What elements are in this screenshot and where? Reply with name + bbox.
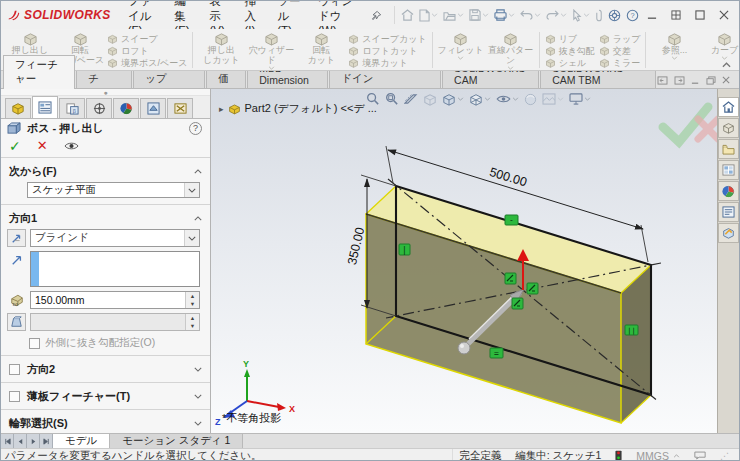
part-name[interactable]: Part2 (デフォルト) <<デ ... — [245, 101, 377, 116]
doc-restore-icon[interactable] — [706, 76, 716, 85]
ribbon-button[interactable]: ラップ — [599, 33, 641, 45]
direction1-section-header[interactable]: 方向1 — [1, 208, 210, 228]
relation-badge-top[interactable]: - — [505, 215, 518, 225]
ribbon-button[interactable]: ロフトカット — [348, 45, 426, 57]
doc-minimize-icon[interactable] — [691, 76, 700, 85]
dim-height-value[interactable]: 350.00 — [345, 226, 367, 266]
caret-down-icon[interactable] — [583, 13, 590, 17]
depth-spinner[interactable]: ▲▼ — [185, 292, 199, 308]
open-button[interactable] — [441, 8, 466, 23]
layout-button[interactable] — [665, 6, 687, 24]
caret-down-icon[interactable] — [671, 56, 678, 60]
from-section-header[interactable]: 次から(F) — [1, 161, 210, 181]
resize-grip[interactable]: ⋰ — [720, 451, 729, 461]
help-icon[interactable]: ? — [189, 122, 202, 135]
tab-nav-prev-button[interactable] — [14, 434, 27, 448]
spin-up-icon[interactable]: ▲ — [186, 292, 199, 300]
caret-down-icon[interactable] — [560, 13, 567, 17]
file-explorer-button[interactable] — [718, 139, 739, 159]
ribbon-button[interactable]: 境界ボス/ベース — [107, 57, 187, 69]
display-style-button[interactable] — [469, 93, 491, 106]
home-button[interactable] — [399, 7, 416, 23]
ribbon-button[interactable]: 参照... — [649, 30, 699, 70]
redo-button[interactable] — [544, 8, 569, 22]
caret-down-icon[interactable] — [482, 13, 489, 17]
flyout-feature-tree[interactable]: ▸ Part2 (デフォルト) <<デ ... — [219, 101, 377, 116]
units-dropdown[interactable]: MMGS — [636, 450, 680, 461]
graphics-viewport[interactable]: 500.00 350.00 - | || = — [211, 89, 717, 433]
caret-down-icon[interactable] — [557, 97, 564, 101]
home-tab-button[interactable] — [718, 97, 739, 117]
cam-feature-tab[interactable] — [140, 98, 166, 118]
design-library-button[interactable] — [718, 118, 739, 138]
relation-badge-bottom[interactable]: = — [490, 348, 503, 358]
model-tab-モデル[interactable]: モデル — [53, 434, 110, 448]
tab-nav-first-button[interactable] — [1, 434, 14, 448]
end-condition-dropdown[interactable]: ブラインド — [30, 229, 200, 247]
tab-nav-last-button[interactable] — [40, 434, 53, 448]
direction-selection-box[interactable] — [30, 251, 200, 287]
ribbon-button[interactable]: カーブ — [699, 30, 740, 70]
ribbon-button[interactable]: リブ — [545, 33, 595, 45]
featuremanager-tab[interactable] — [5, 98, 31, 118]
ribbon-button[interactable]: 抜き勾配 — [545, 45, 595, 57]
spin-down-icon[interactable]: ▼ — [186, 300, 199, 308]
dimxpertmanager-tab[interactable] — [86, 98, 112, 118]
from-dropdown[interactable]: スケッチ平面 — [27, 182, 200, 198]
caret-down-icon[interactable] — [268, 66, 275, 70]
caret-down-icon[interactable] — [457, 56, 464, 60]
maximize-button[interactable] — [689, 6, 711, 24]
tab-nav-next-button[interactable] — [27, 434, 40, 448]
solidworks-resources-button[interactable] — [718, 223, 739, 243]
caret-down-icon[interactable] — [457, 97, 464, 101]
checkbox-icon[interactable] — [29, 338, 40, 349]
undo-button[interactable] — [518, 8, 543, 22]
options-button[interactable] — [606, 7, 623, 24]
configurationmanager-tab[interactable]: β — [59, 98, 85, 118]
ribbon-button[interactable]: 交差 — [599, 45, 641, 57]
ok-button[interactable]: ✓ — [9, 138, 21, 154]
view-settings-button[interactable] — [569, 93, 591, 105]
ribbon-button[interactable]: 直線パターン — [486, 30, 536, 70]
pin-menu-icon[interactable] — [371, 10, 382, 21]
relation-badge-right[interactable]: || — [625, 325, 638, 335]
selected-contours-section-header[interactable]: 輪郭選択(S) — [1, 413, 210, 433]
caret-down-icon[interactable] — [507, 66, 514, 70]
preview-eye-icon[interactable] — [64, 141, 79, 151]
custom-properties-button[interactable] — [718, 202, 739, 222]
depth-input[interactable]: 150.00mm ▲▼ — [30, 291, 200, 309]
appearances-button[interactable] — [718, 181, 739, 201]
caret-down-icon[interactable] — [584, 97, 591, 101]
cancel-button[interactable]: ✕ — [37, 138, 48, 153]
zoom-area-button[interactable] — [385, 92, 399, 106]
ribbon-button[interactable]: スイープカット — [348, 33, 426, 45]
minimize-button[interactable] — [641, 6, 663, 24]
model-tab-モーション スタディ 1[interactable]: モーション スタディ 1 — [110, 434, 243, 448]
displaymanager-tab[interactable] — [113, 98, 139, 118]
view-orientation-button[interactable] — [442, 93, 464, 106]
doc-close-icon[interactable] — [722, 76, 731, 85]
expand-triangle-icon[interactable]: ▸ — [219, 104, 224, 114]
save-button[interactable] — [467, 7, 491, 23]
select-cursor-button[interactable] — [570, 7, 592, 24]
direction2-checkbox[interactable] — [9, 364, 20, 375]
reverse-direction-icon[interactable] — [7, 229, 26, 247]
relation-badge-left[interactable]: | — [399, 244, 410, 255]
caret-down-icon[interactable] — [534, 13, 541, 17]
confirm-cancel-mark[interactable] — [698, 119, 717, 139]
draft-icon[interactable] — [7, 313, 26, 331]
print-button[interactable] — [492, 7, 517, 23]
cam-operation-tab[interactable] — [167, 98, 193, 118]
section-view-button[interactable] — [404, 93, 418, 105]
new-document-button[interactable] — [417, 7, 440, 24]
caret-down-icon[interactable] — [484, 97, 491, 101]
tab-フィーチャー[interactable]: フィーチャー — [3, 55, 75, 89]
view-palette-button[interactable] — [718, 160, 739, 180]
ribbon-button[interactable]: シェル — [545, 57, 595, 69]
dim-width-value[interactable]: 500.00 — [488, 165, 529, 190]
caret-down-icon[interactable] — [431, 13, 438, 17]
attach-button[interactable] — [593, 7, 605, 24]
thin-feature-section-header[interactable]: 薄板フィーチャー(T) — [1, 386, 210, 406]
tag-icon[interactable] — [694, 451, 706, 460]
ribbon-button[interactable]: フィレット — [436, 30, 486, 70]
